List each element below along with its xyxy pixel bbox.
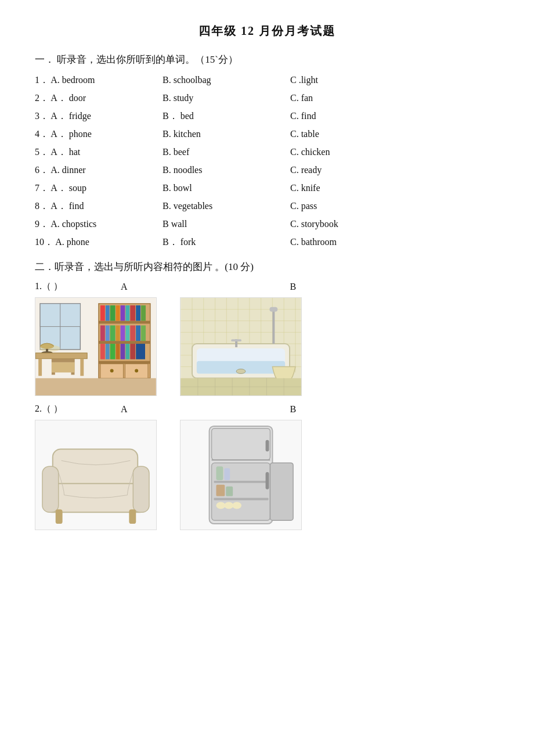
q10-c: C. bathroom bbox=[290, 237, 406, 247]
q1-c: C .light bbox=[290, 75, 406, 85]
svg-point-48 bbox=[110, 369, 114, 373]
svg-rect-28 bbox=[141, 305, 146, 321]
svg-rect-36 bbox=[136, 325, 140, 341]
q2-c: C. fan bbox=[290, 93, 406, 103]
svg-rect-40 bbox=[110, 344, 116, 359]
q1-label: 1.（ ） bbox=[35, 280, 63, 293]
svg-rect-30 bbox=[106, 325, 110, 341]
svg-rect-21 bbox=[106, 305, 110, 321]
svg-rect-8 bbox=[35, 353, 87, 359]
q5-num: 5． A． hat bbox=[35, 146, 163, 159]
svg-point-73 bbox=[236, 369, 246, 374]
svg-rect-50 bbox=[35, 378, 156, 395]
svg-rect-27 bbox=[136, 305, 140, 321]
svg-rect-72 bbox=[231, 339, 241, 341]
q2-b-label: B bbox=[290, 404, 297, 415]
q2-b: B. study bbox=[163, 93, 290, 103]
q8-b: B. vegetables bbox=[163, 201, 290, 211]
q7-b: B. bowl bbox=[163, 183, 290, 193]
svg-rect-34 bbox=[125, 325, 129, 341]
q4-num: 4． A． phone bbox=[35, 128, 163, 141]
q10-num: 10． A. phone bbox=[35, 236, 163, 249]
svg-rect-32 bbox=[116, 325, 120, 341]
question-row-1: 1． A. bedroom B. schoolbag C .light bbox=[35, 74, 499, 87]
svg-rect-89 bbox=[56, 509, 63, 524]
q6-num: 6． A. dinner bbox=[35, 164, 163, 177]
q8-c: C. pass bbox=[290, 201, 406, 211]
svg-point-49 bbox=[135, 369, 138, 373]
svg-rect-29 bbox=[100, 325, 105, 341]
question-row-3: 3． A． fridge B． bed C. find bbox=[35, 110, 499, 123]
q8-num: 8． A． find bbox=[35, 200, 163, 213]
question-row-9: 9． A. chopstics B wall C. storybook bbox=[35, 218, 499, 231]
svg-rect-98 bbox=[216, 466, 223, 480]
q10-b: B． fork bbox=[163, 236, 290, 249]
svg-rect-42 bbox=[120, 344, 125, 359]
svg-rect-26 bbox=[130, 305, 135, 321]
svg-rect-43 bbox=[125, 344, 129, 359]
svg-rect-37 bbox=[141, 325, 146, 341]
q2-image-b bbox=[180, 420, 302, 530]
svg-point-102 bbox=[232, 502, 241, 509]
svg-rect-38 bbox=[100, 344, 105, 359]
svg-rect-15 bbox=[52, 359, 75, 362]
q1-b-label: B bbox=[290, 282, 297, 292]
q6-c: C. ready bbox=[290, 165, 406, 175]
q3-c: C. find bbox=[290, 111, 406, 121]
svg-rect-45 bbox=[136, 344, 145, 359]
svg-rect-22 bbox=[110, 305, 116, 321]
q4-b: B. kitchen bbox=[163, 129, 290, 139]
q3-b: B． bed bbox=[163, 110, 290, 123]
q5-b: B. beef bbox=[163, 147, 290, 157]
svg-rect-17 bbox=[99, 321, 150, 324]
q2-label: 2.（ ） bbox=[35, 403, 63, 415]
svg-rect-20 bbox=[100, 305, 105, 321]
q1-num: 1． A. bedroom bbox=[35, 74, 163, 87]
question-list: 1． A. bedroom B. schoolbag C .light 2． A… bbox=[35, 74, 499, 249]
q7-c: C. knife bbox=[290, 183, 406, 193]
q2-image-a bbox=[35, 420, 157, 530]
svg-rect-106 bbox=[266, 472, 269, 489]
q9-b: B wall bbox=[163, 219, 290, 229]
svg-point-100 bbox=[216, 502, 225, 509]
svg-rect-88 bbox=[133, 466, 149, 512]
q1-a-label: A bbox=[121, 282, 128, 292]
q2-images bbox=[35, 420, 499, 530]
svg-rect-24 bbox=[120, 305, 125, 321]
question-row-2: 2． A． door B. study C. fan bbox=[35, 92, 499, 105]
question-row-8: 8． A． find B. vegetables C. pass bbox=[35, 200, 499, 213]
svg-rect-35 bbox=[130, 325, 135, 341]
q6-b: B. noodles bbox=[163, 165, 290, 175]
q2-a-label: A bbox=[121, 404, 128, 415]
svg-rect-19 bbox=[99, 361, 150, 364]
question-row-6: 6． A. dinner B. noodles C. ready bbox=[35, 164, 499, 177]
svg-rect-74 bbox=[272, 309, 275, 344]
svg-rect-104 bbox=[226, 487, 233, 496]
q1-image-b bbox=[180, 297, 302, 396]
svg-rect-90 bbox=[129, 509, 136, 524]
q3-num: 3． A． fridge bbox=[35, 110, 163, 123]
q1-image-a bbox=[35, 297, 157, 396]
q9-num: 9． A. chopstics bbox=[35, 218, 163, 231]
page-title: 四年级 12 月份月考试题 bbox=[35, 23, 499, 39]
q4-c: C. table bbox=[290, 129, 406, 139]
question-row-4: 4． A． phone B. kitchen C. table bbox=[35, 128, 499, 141]
section1-header: 一． 听录音，选出你所听到的单词。（15`分） bbox=[35, 53, 499, 66]
svg-rect-105 bbox=[266, 440, 269, 452]
q2-num: 2． A． door bbox=[35, 92, 163, 105]
svg-rect-23 bbox=[116, 305, 120, 321]
question-row-7: 7． A． soup B. bowl C. knife bbox=[35, 182, 499, 195]
question-row-5: 5． A． hat B. beef C. chicken bbox=[35, 146, 499, 159]
svg-rect-41 bbox=[116, 344, 120, 359]
svg-rect-93 bbox=[212, 429, 270, 460]
svg-rect-99 bbox=[224, 468, 230, 480]
svg-rect-14 bbox=[52, 362, 75, 373]
section2-header: 二．听录音，选出与所听内容相符的图片 。(10 分) bbox=[35, 260, 499, 273]
svg-rect-95 bbox=[270, 463, 293, 520]
svg-rect-18 bbox=[99, 341, 150, 344]
section2-q1: 1.（ ） A B bbox=[35, 280, 499, 396]
svg-rect-25 bbox=[125, 305, 129, 321]
svg-rect-96 bbox=[214, 481, 268, 483]
svg-rect-87 bbox=[42, 466, 59, 512]
svg-point-101 bbox=[224, 502, 233, 509]
